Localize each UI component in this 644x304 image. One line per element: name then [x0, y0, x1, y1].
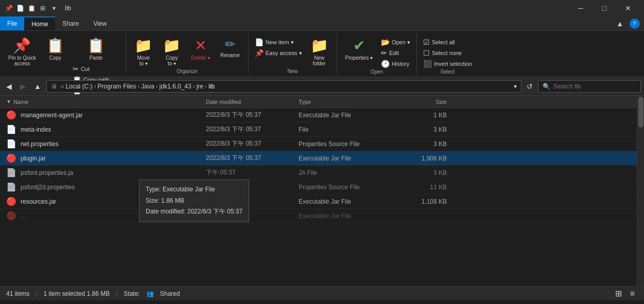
paste-icon: 📋 [87, 37, 105, 54]
forward-button[interactable]: ▶ [17, 80, 29, 93]
jar-icon: 🔴 [6, 211, 16, 221]
tab-view[interactable]: View [86, 16, 114, 30]
file-date-cell: 下午 05:37 [206, 197, 299, 206]
jar-icon: 🔴 [6, 196, 16, 206]
table-row[interactable]: 🔴 management-agent.jar 2022/8/3 下午 05:37… [0, 108, 637, 122]
select-group-content: ☑ Select all ☐ Select none ⬛ Invert sele… [421, 33, 474, 69]
table-row[interactable]: 🔴 resources.jar 下午 05:37 Executable Jar … [0, 194, 637, 209]
grid-icon: ⊞ [38, 4, 47, 13]
cut-label: Cut [81, 66, 90, 72]
file-list: ▼ Name Date modified Type Size 🔴 managem… [0, 96, 637, 286]
file-type-cell: Executable Jar File [299, 112, 402, 119]
rename-button[interactable]: ✏ Rename [216, 35, 244, 60]
open-icon: 📂 [381, 38, 390, 46]
column-date[interactable]: Date modified [206, 99, 299, 105]
edit-button[interactable]: ✏ Edit [379, 48, 412, 58]
invert-selection-button[interactable]: ⬛ Invert selection [421, 59, 474, 69]
details-view-button[interactable]: ⊞ [612, 287, 625, 300]
table-row[interactable]: 📄 psfontj2d.properties 下午 05:37 Properti… [0, 180, 637, 194]
file-name-cell: 📄 meta-index [0, 124, 206, 134]
copy-to-icon: 📁 [163, 37, 181, 54]
select-none-label: Select none [432, 50, 462, 56]
vertical-scrollbar[interactable] [637, 96, 644, 286]
easy-access-button[interactable]: 📌 Easy access ▾ [253, 48, 304, 58]
search-box[interactable]: 🔍 [538, 80, 641, 93]
maximize-button[interactable]: □ [593, 0, 616, 16]
paste-button[interactable]: 📋 Paste [83, 35, 109, 61]
window-controls: ─ □ ✕ [569, 0, 640, 16]
cut-icon: ✂ [73, 65, 79, 73]
select-none-button[interactable]: ☐ Select none [421, 48, 474, 58]
organize-group-content: 📁 Moveto ▾ 📁 Copyto ▾ ✕ Delete ▾ ✏ Renam… [130, 33, 244, 68]
open-button[interactable]: 📂 Open ▾ [379, 37, 412, 47]
collapse-ribbon-button[interactable]: ▲ [613, 17, 626, 30]
file-icon: 📄 [6, 139, 16, 149]
pin-to-quick-access-button[interactable]: 📌 Pin to Quickaccess [4, 35, 40, 68]
tab-home[interactable]: Home [24, 16, 55, 30]
new-folder-icon: 📁 [310, 37, 328, 54]
titlebar-icons: 📌 📄 📋 ⊞ ▾ [4, 4, 59, 13]
table-row[interactable]: 📄 net.properties 2022/8/3 下午 05:37 Prope… [0, 137, 637, 151]
file-name-cell: 🔴 ... [0, 211, 206, 221]
delete-label: Delete ▾ [191, 55, 210, 61]
ribbon: 📌 Pin to Quickaccess 📋 Copy 📋 Paste ✂ Cu [0, 31, 644, 77]
close-button[interactable]: ✕ [616, 0, 640, 16]
select-all-button[interactable]: ☑ Select all [421, 37, 474, 47]
tab-file[interactable]: File [0, 16, 24, 30]
table-row[interactable]: 🔴 ... 下午 05:37 Executable Jar File [0, 209, 637, 223]
copy-button[interactable]: 📋 Copy [42, 35, 68, 63]
move-to-icon: 📁 [134, 37, 152, 54]
column-type[interactable]: Type [299, 99, 402, 105]
copy-icon: 📋 [46, 37, 64, 54]
move-to-button[interactable]: 📁 Moveto ▾ [130, 35, 156, 68]
open-label: Open ▾ [392, 39, 410, 46]
select-items: ☑ Select all ☐ Select none ⬛ Invert sele… [421, 35, 474, 69]
new-item-icon: 📄 [255, 38, 264, 46]
clipboard-group: 📌 Pin to Quickaccess 📋 Copy 📋 Paste ✂ Cu [0, 33, 126, 75]
file-date-cell: 2022/8/3 下午 05:37 [206, 125, 299, 134]
new-item-button[interactable]: 📄 New item ▾ [253, 37, 304, 47]
cut-button[interactable]: ✂ Cut [71, 64, 121, 74]
column-name[interactable]: ▼ Name [0, 99, 206, 105]
scroll-thumb[interactable] [638, 97, 643, 128]
window-title: lib [65, 5, 71, 12]
status-sep-2: | [116, 290, 117, 297]
tab-share[interactable]: Share [55, 16, 86, 30]
organize-label: Organize [177, 68, 198, 75]
table-row[interactable]: 🔴 plugin.jar 2022/8/3 下午 05:37 Executabl… [0, 151, 637, 166]
minimize-button[interactable]: ─ [569, 0, 593, 16]
edit-icon: ✏ [381, 49, 387, 57]
file-date-cell: 下午 05:37 [206, 183, 299, 191]
pin-icon: 📌 [13, 37, 31, 54]
path-jdk: jdk1.6.0_43 [160, 83, 192, 90]
search-input[interactable] [553, 83, 636, 90]
edit-label: Edit [389, 50, 399, 56]
move-to-label: Moveto ▾ [137, 55, 150, 66]
delete-button[interactable]: ✕ Delete ▾ [187, 35, 214, 63]
help-button[interactable]: ? [630, 19, 640, 29]
table-row[interactable]: 📄 psfont.properties.ja 下午 05:37 JA File … [0, 166, 637, 180]
easy-access-label: Easy access ▾ [266, 50, 302, 57]
jar-icon: 🔴 [6, 110, 16, 120]
new-group: 📄 New item ▾ 📌 Easy access ▾ 📁 Newfolder… [249, 33, 337, 75]
column-size[interactable]: Size [402, 99, 453, 105]
select-all-icon: ☑ [423, 38, 430, 46]
new-folder-button[interactable]: 📁 Newfolder [306, 35, 333, 68]
refresh-button[interactable]: ↺ [524, 80, 536, 93]
back-button[interactable]: ◀ [3, 80, 15, 93]
new-group-content: 📄 New item ▾ 📌 Easy access ▾ 📁 Newfolder [253, 33, 333, 68]
easy-access-icon: 📌 [255, 49, 264, 57]
properties-button[interactable]: ✔ Properties ▾ [341, 35, 377, 63]
list-view-button[interactable]: ≡ [627, 287, 638, 300]
open-group: ✔ Properties ▾ 📂 Open ▾ ✏ Edit 🕐 History… [337, 33, 417, 75]
copy-to-button[interactable]: 📁 Copyto ▾ [159, 35, 185, 68]
table-row[interactable]: 📄 meta-index 2022/8/3 下午 05:37 File 3 KB [0, 122, 637, 137]
status-sep-1: | [36, 290, 37, 297]
pin-label: Pin to Quickaccess [8, 55, 36, 66]
address-path[interactable]: 🖥 « Local (C:) › Program Files › Java › … [46, 80, 521, 93]
history-button[interactable]: 🕐 History [379, 59, 412, 69]
path-local: Local (C:) [66, 83, 93, 90]
up-button[interactable]: ▲ [31, 80, 44, 93]
path-programfiles: Program Files [98, 83, 136, 90]
file-list-header: ▼ Name Date modified Type Size [0, 96, 637, 108]
